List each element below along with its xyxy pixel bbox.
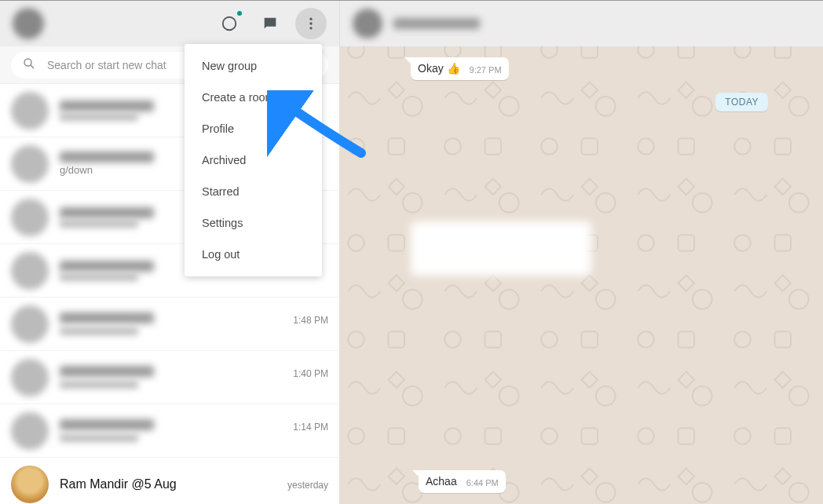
new-chat-icon[interactable]	[254, 8, 286, 39]
menu-logout[interactable]: Log out	[185, 239, 322, 270]
chat-avatar	[11, 466, 49, 503]
menu-settings[interactable]: Settings	[185, 207, 322, 239]
chat-preview	[60, 381, 138, 389]
svg-line-5	[31, 64, 34, 68]
conversation-header	[340, 1, 823, 46]
message-text: Achaa	[426, 475, 457, 488]
chat-time: 1:40 PM	[293, 368, 328, 379]
main-menu-dropdown: New group Create a room Profile Archived…	[185, 44, 322, 276]
chat-avatar	[11, 145, 49, 183]
messages-area[interactable]: Okay 👍 9:27 PM TODAY Achaa 6:44 PM	[340, 46, 823, 504]
chat-avatar	[11, 412, 49, 450]
chat-avatar	[11, 359, 49, 396]
left-header	[0, 1, 339, 46]
chat-time: yesterday	[287, 480, 328, 491]
svg-point-2	[309, 22, 312, 24]
chat-list-item[interactable]: 1:48 PM	[0, 298, 339, 351]
message-bubble-in: Okay 👍 9:27 PM	[411, 57, 509, 80]
chat-title	[60, 366, 154, 377]
chat-title	[60, 261, 154, 272]
chat-time: 1:48 PM	[293, 315, 328, 326]
chat-title	[60, 312, 154, 323]
chat-list-item[interactable]: 1:14 PM	[0, 404, 339, 458]
svg-point-4	[24, 59, 31, 66]
chat-avatar	[11, 252, 49, 290]
chat-preview	[60, 273, 138, 281]
chat-title	[60, 152, 154, 163]
conversation-avatar[interactable]	[353, 9, 382, 38]
chat-avatar	[11, 305, 49, 343]
chat-preview	[60, 220, 138, 228]
my-avatar[interactable]	[13, 8, 44, 39]
svg-point-1	[309, 18, 312, 20]
menu-create-room[interactable]: Create a room	[185, 82, 322, 113]
conversation-title	[393, 18, 480, 29]
chat-avatar	[11, 92, 49, 130]
chat-avatar	[11, 199, 49, 236]
right-panel: Okay 👍 9:27 PM TODAY Achaa 6:44 PM	[340, 1, 823, 504]
app-root: g/down 1:48 PM	[0, 0, 823, 504]
message-time: 6:44 PM	[466, 478, 499, 488]
chat-preview	[60, 327, 138, 335]
chat-list-item[interactable]: Ram Mandir @5 Augyesterday	[0, 458, 339, 504]
menu-new-group[interactable]: New group	[185, 50, 322, 82]
chat-list-item[interactable]: 1:40 PM	[0, 351, 339, 404]
menu-starred[interactable]: Starred	[185, 176, 322, 207]
chat-title: Ram Mandir @5 Aug	[60, 477, 177, 491]
chat-title	[60, 100, 154, 111]
chat-preview	[60, 113, 138, 121]
menu-archived[interactable]: Archived	[185, 144, 322, 176]
message-bubble-in-blurred	[411, 221, 591, 276]
chat-time: 1:14 PM	[293, 422, 328, 433]
status-icon[interactable]	[214, 8, 245, 39]
date-chip: TODAY	[715, 93, 768, 111]
search-icon	[22, 57, 36, 74]
chat-title	[60, 207, 154, 218]
message-bubble-in: Achaa 6:44 PM	[419, 470, 506, 493]
menu-icon[interactable]	[295, 8, 327, 39]
left-panel: g/down 1:48 PM	[0, 1, 340, 504]
chat-preview	[60, 434, 138, 442]
menu-profile[interactable]: Profile	[185, 113, 322, 144]
chat-title	[60, 419, 154, 430]
svg-point-3	[309, 27, 312, 29]
svg-point-0	[223, 17, 236, 31]
message-text: Okay 👍	[418, 62, 460, 75]
message-time: 9:27 PM	[470, 65, 502, 75]
